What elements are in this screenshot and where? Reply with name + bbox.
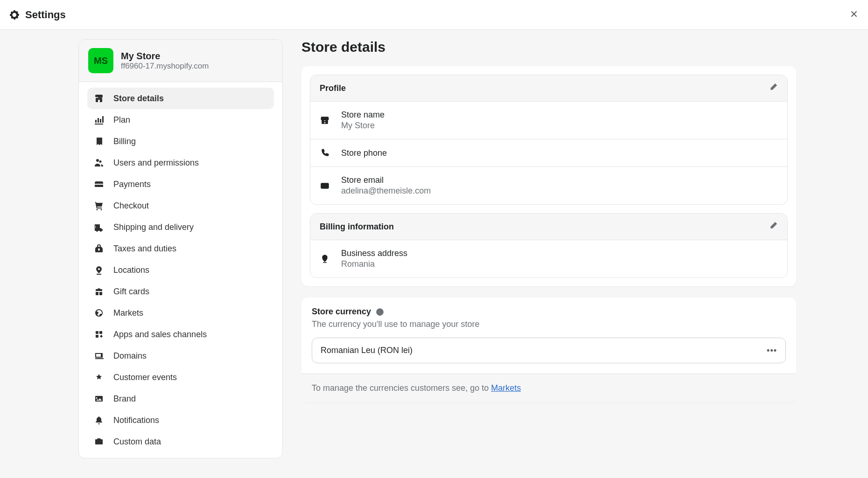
profile-billing-card: Profile Store name My Store Store phon	[301, 66, 796, 286]
nav-payments[interactable]: Payments	[87, 173, 274, 195]
store-name-row: Store name My Store	[310, 102, 787, 139]
address-label: Business address	[341, 249, 407, 258]
nav-apps[interactable]: Apps and sales channels	[87, 324, 274, 345]
currency-footer: To manage the currencies customers see, …	[301, 374, 796, 402]
shipping-icon	[94, 222, 104, 232]
nav-label: Domains	[113, 351, 147, 361]
nav-billing[interactable]: Billing	[87, 131, 274, 152]
pin-icon	[320, 254, 330, 264]
gear-icon	[9, 10, 20, 20]
close-button[interactable]	[849, 9, 859, 21]
store-name-label: Store name	[341, 110, 385, 120]
billing-icon	[94, 136, 104, 146]
nav-markets[interactable]: Markets	[87, 302, 274, 324]
profile-title: Profile	[320, 83, 346, 93]
nav-label: Billing	[113, 137, 136, 146]
nav-plan[interactable]: Plan	[87, 109, 274, 131]
nav-shipping[interactable]: Shipping and delivery	[87, 216, 274, 238]
currency-selector[interactable]: Romanian Leu (RON lei) •••	[312, 338, 786, 363]
nav-label: Plan	[113, 115, 130, 125]
edit-profile-button[interactable]	[769, 83, 778, 94]
email-icon	[320, 180, 330, 191]
apps-icon	[94, 329, 104, 339]
checkout-icon	[94, 201, 104, 211]
users-icon	[94, 158, 104, 168]
locations-icon	[94, 265, 104, 275]
nav-customer-events[interactable]: Customer events	[87, 367, 274, 388]
nav-label: Locations	[113, 265, 149, 275]
page-title: Store details	[301, 39, 796, 55]
settings-header: Settings	[0, 0, 868, 30]
header-left: Settings	[9, 9, 66, 21]
store-name: My Store	[121, 51, 209, 62]
store-avatar: MS	[88, 48, 113, 73]
customdata-icon	[94, 436, 104, 447]
store-icon	[320, 115, 330, 125]
store-icon	[94, 93, 104, 104]
nav-giftcards[interactable]: Gift cards	[87, 281, 274, 302]
currency-title-row: Store currency	[312, 307, 786, 317]
currency-selected: Romanian Leu (RON lei)	[321, 346, 413, 355]
domains-icon	[94, 351, 104, 361]
currency-footer-text: To manage the currencies customers see, …	[312, 383, 491, 393]
store-phone-row: Store phone	[310, 139, 787, 167]
currency-header: Store currency The currency you'll use t…	[301, 298, 796, 329]
nav-label: Customer events	[113, 373, 177, 382]
more-menu-button[interactable]: •••	[767, 346, 777, 355]
nav-notifications[interactable]: Notifications	[87, 409, 274, 431]
nav-users[interactable]: Users and permissions	[87, 152, 274, 173]
business-address-row: Business address Romania	[310, 240, 787, 277]
markets-icon	[94, 308, 104, 318]
main-content: Store details Profile Store name My Stor…	[301, 39, 796, 458]
sidebar: MS My Store ff6960-17.myshopify.com Stor…	[78, 39, 283, 458]
billing-title: Billing information	[320, 222, 394, 232]
nav-domains[interactable]: Domains	[87, 345, 274, 367]
payments-icon	[94, 179, 104, 189]
page-header-title: Settings	[25, 9, 66, 21]
events-icon	[94, 372, 104, 382]
billing-section: Billing information Business address Rom…	[310, 213, 788, 278]
nav-label: Users and permissions	[113, 158, 199, 168]
nav-label: Apps and sales channels	[113, 330, 207, 339]
nav-store-details[interactable]: Store details	[87, 88, 274, 109]
currency-card: Store currency The currency you'll use t…	[301, 298, 796, 402]
store-url: ff6960-17.myshopify.com	[121, 62, 209, 71]
giftcards-icon	[94, 286, 104, 297]
nav-taxes[interactable]: Taxes and duties	[87, 238, 274, 259]
plan-icon	[94, 115, 104, 125]
nav-label: Gift cards	[113, 287, 149, 297]
row-content: Store phone	[341, 148, 387, 158]
store-email-value: adelina@themeisle.com	[341, 186, 431, 196]
nav-list: Store details Plan Billing Users and per…	[79, 82, 282, 458]
store-phone-label: Store phone	[341, 148, 387, 158]
edit-billing-button[interactable]	[769, 221, 778, 232]
billing-header: Billing information	[310, 214, 787, 240]
brand-icon	[94, 394, 104, 404]
store-email-label: Store email	[341, 175, 431, 185]
info-icon[interactable]	[376, 308, 384, 316]
markets-link[interactable]: Markets	[491, 383, 521, 393]
store-info: My Store ff6960-17.myshopify.com	[121, 51, 209, 71]
currency-subtitle: The currency you'll use to manage your s…	[312, 319, 786, 329]
nav-label: Payments	[113, 180, 151, 189]
taxes-icon	[94, 243, 104, 254]
nav-locations[interactable]: Locations	[87, 259, 274, 281]
main-container: MS My Store ff6960-17.myshopify.com Stor…	[0, 30, 868, 458]
row-content: Business address Romania	[341, 249, 407, 269]
nav-label: Notifications	[113, 416, 159, 425]
address-value: Romania	[341, 259, 407, 269]
row-content: Store name My Store	[341, 110, 385, 131]
nav-label: Checkout	[113, 201, 149, 211]
svg-point-1	[324, 256, 326, 258]
nav-custom-data[interactable]: Custom data	[87, 431, 274, 452]
nav-label: Brand	[113, 394, 136, 404]
profile-section: Profile Store name My Store Store phon	[310, 75, 788, 205]
row-content: Store email adelina@themeisle.com	[341, 175, 431, 196]
nav-label: Custom data	[113, 437, 161, 447]
nav-checkout[interactable]: Checkout	[87, 195, 274, 216]
nav-brand[interactable]: Brand	[87, 388, 274, 409]
phone-icon	[320, 148, 330, 158]
store-email-row: Store email adelina@themeisle.com	[310, 167, 787, 204]
currency-title: Store currency	[312, 307, 371, 317]
nav-label: Taxes and duties	[113, 244, 176, 254]
